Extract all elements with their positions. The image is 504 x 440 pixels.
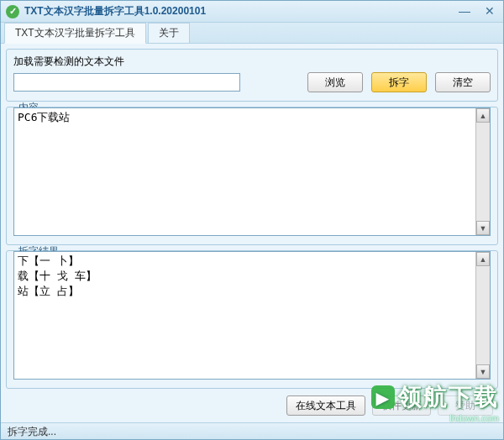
status-bar: 拆字完成... — [1, 422, 503, 439]
content-group: 内容 ▲ ▼ — [6, 107, 498, 245]
tab-strip: TXT文本汉字批量拆字工具 关于 — [1, 23, 503, 43]
content-textarea[interactable] — [14, 108, 475, 235]
tab-main[interactable]: TXT文本汉字批量拆字工具 — [4, 23, 146, 44]
result-text-wrap: ▲ ▼ — [13, 251, 491, 380]
content-area: 加载需要检测的文本文件 浏览 拆字 清空 内容 ▲ ▼ 拆字结果 — [1, 43, 503, 422]
scroll-up-icon[interactable]: ▲ — [476, 252, 490, 266]
result-textarea[interactable] — [14, 252, 475, 379]
bottom-button-row: 在线文本工具 软件更新 赞助 — [6, 394, 498, 417]
load-label: 加载需要检测的文本文件 — [13, 55, 491, 69]
result-scrollbar[interactable]: ▲ ▼ — [475, 252, 490, 379]
other-button[interactable]: 赞助 — [438, 395, 493, 416]
app-window: TXT文本汉字批量拆字工具1.0.20200101 — ✕ TXT文本汉字批量拆… — [0, 0, 504, 440]
window-title: TXT文本汉字批量拆字工具1.0.20200101 — [24, 4, 456, 18]
file-path-input[interactable] — [13, 73, 240, 92]
online-tool-button[interactable]: 在线文本工具 — [286, 395, 365, 416]
content-text-wrap: ▲ ▼ — [13, 107, 491, 236]
status-text: 拆字完成... — [8, 426, 56, 437]
scroll-down-icon[interactable]: ▼ — [476, 221, 490, 235]
window-controls: — ✕ — [456, 5, 498, 18]
app-icon — [6, 5, 19, 18]
close-button[interactable]: ✕ — [481, 5, 498, 18]
split-button[interactable]: 拆字 — [371, 72, 427, 92]
minimize-button[interactable]: — — [456, 5, 473, 18]
scroll-down-icon[interactable]: ▼ — [476, 364, 490, 379]
clear-button[interactable]: 清空 — [435, 72, 491, 92]
load-row: 浏览 拆字 清空 — [13, 72, 491, 92]
content-scrollbar[interactable]: ▲ ▼ — [475, 108, 490, 235]
browse-button[interactable]: 浏览 — [307, 72, 363, 92]
update-button[interactable]: 软件更新 — [372, 395, 431, 416]
result-group: 拆字结果 ▲ ▼ — [6, 250, 498, 389]
scroll-up-icon[interactable]: ▲ — [476, 108, 490, 123]
tab-about[interactable]: 关于 — [148, 23, 190, 43]
load-group: 加载需要检测的文本文件 浏览 拆字 清空 — [6, 49, 498, 102]
titlebar: TXT文本汉字批量拆字工具1.0.20200101 — ✕ — [1, 1, 503, 23]
